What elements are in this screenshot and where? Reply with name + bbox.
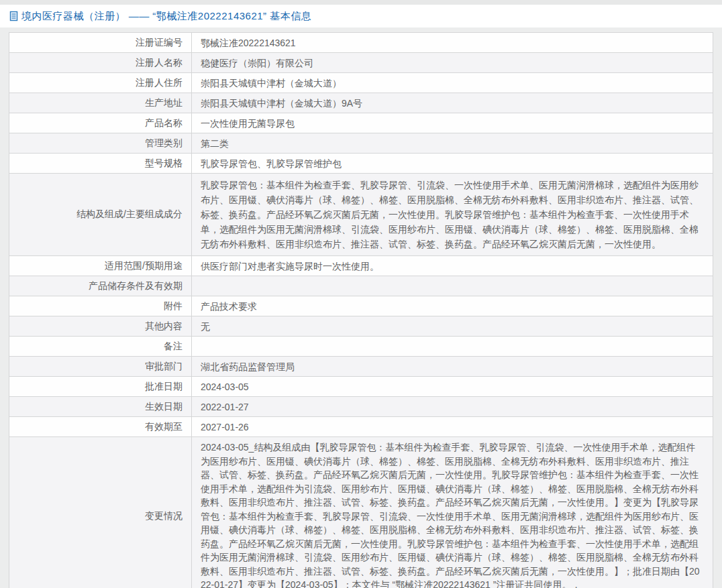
row-label: 变更情况 — [9, 437, 192, 588]
row-value: 稳健医疗（崇阳）有限公司 — [192, 53, 713, 73]
row-label: 附件 — [9, 296, 192, 316]
row-label: 备注 — [9, 337, 192, 357]
row-label: 有效期至 — [9, 417, 192, 437]
row-value: 乳胶导尿管包：基本组件为检查手套、乳胶导尿管、引流袋、一次性使用手术单、医用无菌… — [192, 174, 713, 256]
row-value: 2024-03-05_结构及组成由【乳胶导尿管包：基本组件为检查手套、乳胶导尿管… — [192, 437, 713, 588]
table-row: 生效日期 2022-01-27 — [9, 397, 713, 417]
table-row: 注册人住所 崇阳县天城镇中津村（金城大道） — [9, 73, 713, 93]
table-row: 结构及组成/主要组成成分 乳胶导尿管包：基本组件为检查手套、乳胶导尿管、引流袋、… — [9, 174, 713, 256]
row-label: 其他内容 — [9, 316, 192, 337]
row-value: 2024-03-05 — [192, 377, 713, 397]
row-value: 2022-01-27 — [192, 397, 713, 417]
content-area: 注册证编号 鄂械注准20222143621 注册人名称 稳健医疗（崇阳）有限公司… — [0, 27, 722, 588]
table-row: 管理类别 第二类 — [9, 133, 713, 154]
row-value: 乳胶导尿管包、乳胶导尿管维护包 — [192, 154, 713, 174]
row-value: 鄂械注准20222143621 — [192, 33, 713, 53]
table-row: 附件 产品技术要求 — [9, 296, 713, 316]
table-row: 生产地址 崇阳县天城镇中津村（金城大道）9A号 — [9, 93, 713, 113]
document-icon — [9, 11, 19, 22]
table-row: 备注 — [9, 337, 713, 357]
page-title: 境内医疗器械（注册） —— “鄂械注准20222143621” 基本信息 — [21, 10, 311, 23]
table-row: 有效期至 2027-01-26 — [9, 417, 713, 437]
row-label: 注册证编号 — [9, 33, 192, 53]
top-strip — [0, 0, 722, 5]
table-row: 批准日期 2024-03-05 — [9, 377, 713, 397]
row-value: 一次性使用无菌导尿包 — [192, 113, 713, 133]
row-value — [192, 337, 713, 357]
row-label: 型号规格 — [9, 154, 192, 174]
row-value: 供医疗部门对患者实施导尿时一次性使用。 — [192, 256, 713, 276]
table-row: 注册证编号 鄂械注准20222143621 — [9, 33, 713, 53]
row-label: 注册人名称 — [9, 53, 192, 73]
table-row: 适用范围/预期用途 供医疗部门对患者实施导尿时一次性使用。 — [9, 256, 713, 276]
title-bar: 境内医疗器械（注册） —— “鄂械注准20222143621” 基本信息 — [0, 5, 722, 27]
row-label: 生效日期 — [9, 397, 192, 417]
row-label: 生产地址 — [9, 93, 192, 113]
table-row: 注册人名称 稳健医疗（崇阳）有限公司 — [9, 53, 713, 73]
table-row: 产品名称 一次性使用无菌导尿包 — [9, 113, 713, 133]
table-row: 其他内容 无 — [9, 316, 713, 337]
row-value: 无 — [192, 316, 713, 337]
row-value: 产品技术要求 — [192, 296, 713, 316]
row-value — [192, 276, 713, 296]
row-label: 注册人住所 — [9, 73, 192, 93]
table-row: 产品储存条件及有效期 — [9, 276, 713, 296]
registration-info-table: 注册证编号 鄂械注准20222143621 注册人名称 稳健医疗（崇阳）有限公司… — [9, 32, 713, 588]
row-label: 产品储存条件及有效期 — [9, 276, 192, 296]
row-value: 崇阳县天城镇中津村（金城大道） — [192, 73, 713, 93]
table-row: 审批部门 湖北省药品监督管理局 — [9, 357, 713, 377]
row-value: 第二类 — [192, 133, 713, 154]
row-label: 产品名称 — [9, 113, 192, 133]
table-row: 型号规格 乳胶导尿管包、乳胶导尿管维护包 — [9, 154, 713, 174]
row-value: 2027-01-26 — [192, 417, 713, 437]
row-value: 崇阳县天城镇中津村（金城大道）9A号 — [192, 93, 713, 113]
row-label: 批准日期 — [9, 377, 192, 397]
row-label: 结构及组成/主要组成成分 — [9, 174, 192, 256]
row-value: 湖北省药品监督管理局 — [192, 357, 713, 377]
row-label: 管理类别 — [9, 133, 192, 154]
table-row: 变更情况 2024-03-05_结构及组成由【乳胶导尿管包：基本组件为检查手套、… — [9, 437, 713, 588]
row-label: 适用范围/预期用途 — [9, 256, 192, 276]
row-label: 审批部门 — [9, 357, 192, 377]
